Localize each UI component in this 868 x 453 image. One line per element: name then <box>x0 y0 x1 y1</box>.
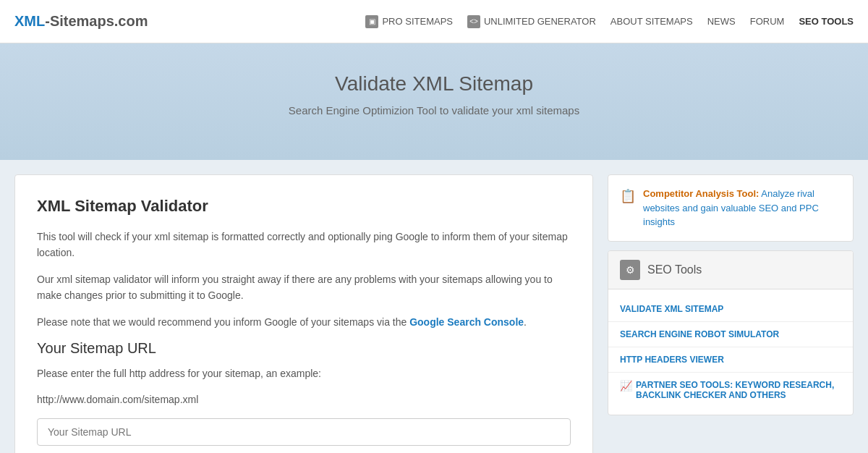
sitemap-url-input[interactable] <box>37 418 571 446</box>
google-search-console-link[interactable]: Google Search Console <box>409 316 524 328</box>
nav-news-label: NEWS <box>707 16 736 27</box>
sitemap-url-example: http://www.domain.com/sitemap.xml <box>37 391 571 407</box>
seo-tool-http-headers[interactable]: HTTP HEADERS VIEWER <box>608 347 853 373</box>
validator-desc1: This tool will check if your xml sitemap… <box>37 229 571 261</box>
seo-tool-partner-label: PARTNER SEO TOOLS: KEYWORD RESEARCH, BAC… <box>636 380 841 400</box>
nav-unlimited-label: UNLIMITED GENERATOR <box>484 16 596 27</box>
content-area: XML Sitemap Validator This tool will che… <box>14 160 854 453</box>
nav-pro-sitemaps[interactable]: ▣ PRO SITEMAPS <box>365 15 453 28</box>
nav-about-sitemaps[interactable]: ABOUT SITEMAPS <box>610 16 693 27</box>
sitemap-url-section: Your Sitemap URL Please enter the full h… <box>37 340 571 446</box>
hero-subtitle: Search Engine Optimizion Tool to validat… <box>14 104 854 117</box>
trend-icon: 📈 <box>620 380 632 391</box>
seo-tools-header: ⚙ SEO Tools <box>608 251 853 289</box>
seo-tool-validate-xml[interactable]: VALIDATE XML SITEMAP <box>608 297 853 322</box>
validator-desc2: Our xml sitemap validator will inform yo… <box>37 271 571 304</box>
nav-pro-sitemaps-label: PRO SITEMAPS <box>382 16 453 27</box>
logo-rest: -Sitemaps.com <box>45 13 148 29</box>
nav-about-label: ABOUT SITEMAPS <box>610 16 693 27</box>
validator-desc3-pre: Please note that we would recommend you … <box>37 316 409 328</box>
seo-tools-links: VALIDATE XML SITEMAP SEARCH ENGINE ROBOT… <box>608 289 853 415</box>
seo-tools-heading: SEO Tools <box>647 263 702 276</box>
site-logo[interactable]: XML-Sitemaps.com <box>14 13 148 30</box>
nav-forum[interactable]: FORUM <box>750 16 785 27</box>
site-header: XML-Sitemaps.com ▣ PRO SITEMAPS <> UNLIM… <box>0 0 868 43</box>
main-nav: ▣ PRO SITEMAPS <> UNLIMITED GENERATOR AB… <box>365 15 854 28</box>
seo-tool-partner[interactable]: 📈 PARTNER SEO TOOLS: KEYWORD RESEARCH, B… <box>608 373 853 407</box>
nav-forum-label: FORUM <box>750 16 785 27</box>
competitor-text: Competitor Analysis Tool: Analyze rival … <box>643 187 841 229</box>
logo-xml: XML <box>14 13 45 29</box>
validator-panel: XML Sitemap Validator This tool will che… <box>14 174 593 453</box>
seo-tool-robot-simulator[interactable]: SEARCH ENGINE ROBOT SIMULATOR <box>608 322 853 347</box>
page-title: Validate XML Sitemap <box>14 72 854 96</box>
hero-section: Validate XML Sitemap Search Engine Optim… <box>0 43 868 160</box>
nav-seo-label: SEO TOOLS <box>799 16 854 27</box>
competitor-label: Competitor Analysis Tool: <box>643 188 759 199</box>
competitor-box: 📋 Competitor Analysis Tool: Analyze riva… <box>608 174 854 242</box>
external-link-icon: 📋 <box>620 188 636 204</box>
gear-icon: ⚙ <box>620 260 640 280</box>
right-panel: 📋 Competitor Analysis Tool: Analyze riva… <box>608 174 854 453</box>
nav-seo-tools[interactable]: SEO TOOLS <box>799 16 854 27</box>
code-icon: <> <box>467 15 480 28</box>
sitemap-url-desc: Please enter the full http address for y… <box>37 365 571 381</box>
nav-news[interactable]: NEWS <box>707 16 736 27</box>
validator-heading: XML Sitemap Validator <box>37 197 571 216</box>
main-wrapper: XML Sitemap Validator This tool will che… <box>0 160 868 453</box>
nav-unlimited-generator[interactable]: <> UNLIMITED GENERATOR <box>467 15 596 28</box>
validator-desc3-post: . <box>524 316 527 328</box>
seo-tools-box: ⚙ SEO Tools VALIDATE XML SITEMAP SEARCH … <box>608 250 854 415</box>
box-icon: ▣ <box>365 15 378 28</box>
validator-desc3: Please note that we would recommend you … <box>37 314 571 330</box>
sitemap-url-heading: Your Sitemap URL <box>37 340 571 357</box>
